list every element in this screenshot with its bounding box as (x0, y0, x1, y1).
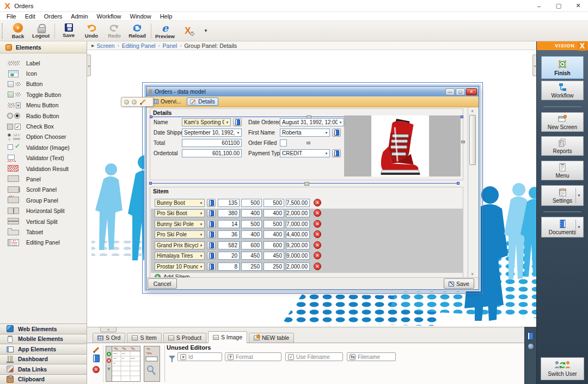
tab-s-image[interactable]: S Image (208, 331, 247, 343)
unit-price2-field[interactable]: 400 (264, 209, 284, 217)
qty-field[interactable]: 135 (218, 199, 240, 207)
minimize-button[interactable]: – (529, 0, 549, 12)
unit-price-field[interactable]: 400 (241, 209, 262, 217)
add-sitem-button[interactable]: + Add Sitem (155, 273, 189, 277)
menu-help[interactable]: Help (156, 13, 177, 20)
settings-dropdown[interactable]: ▼ (575, 188, 582, 203)
element-validation-result[interactable]: Validation Result (7, 163, 87, 174)
dialog-title-bar[interactable]: X Orders - data model — ▢ ✕ (146, 87, 479, 96)
unit-price-field[interactable]: 600 (241, 241, 262, 249)
sidebar-item-clipboard[interactable]: Clipboard (0, 374, 87, 384)
delete-icon[interactable]: ✕ (93, 366, 100, 373)
sidebar-item-web-elements[interactable]: Web Elements (0, 324, 87, 334)
amount-field[interactable]: 7,000.00 (286, 220, 310, 228)
qty-field[interactable]: 14 (218, 220, 240, 228)
qty-field[interactable]: 380 (218, 209, 240, 217)
qty-field[interactable]: 8 (218, 263, 240, 271)
editor-chip-use-filename[interactable]: ✓Use Filename (285, 352, 343, 361)
product-lookup-button[interactable] (207, 220, 216, 228)
unit-price2-field[interactable]: 500 (264, 199, 284, 207)
documents-dropdown[interactable]: ▼ (575, 220, 582, 235)
product-lookup-button[interactable] (207, 209, 216, 217)
product-lookup-button[interactable] (207, 241, 216, 249)
toolbar-drag-handle[interactable] (2, 23, 4, 39)
scrollbar-thumb[interactable] (469, 115, 476, 165)
delete-row-button[interactable]: ✕ (314, 263, 321, 270)
amount-field[interactable]: 67,500.00 (286, 199, 310, 207)
cancel-button[interactable]: Cancel (148, 278, 177, 289)
details-group-panel[interactable]: Details Name Kam's Sporting Good▼ Date O… (150, 108, 463, 180)
product-combo[interactable]: Bunny Boot▼ (155, 199, 205, 207)
name-lookup-button[interactable] (233, 118, 242, 126)
editor-chip-format[interactable]: TFormat (225, 352, 281, 361)
preview-button[interactable]: ePreview (154, 22, 176, 40)
delete-row-button[interactable]: ✕ (314, 209, 321, 217)
dialog-maximize-button[interactable]: ▢ (456, 88, 465, 95)
ordertotal-field[interactable]: 601,100.00 (182, 149, 242, 157)
tab-details[interactable]: Details (187, 97, 218, 106)
breadcrumb-screen[interactable]: Screen (96, 42, 114, 49)
product-combo[interactable]: Pro Ski Boot▼ (155, 209, 205, 217)
pencil-icon[interactable] (93, 347, 99, 353)
unit-price-field[interactable]: 400 (241, 230, 262, 239)
right-splitter-grip[interactable]: ◂ (532, 54, 536, 76)
notebook-icon[interactable] (93, 355, 100, 362)
element-button[interactable]: Button (7, 79, 87, 89)
date-ordered-combo[interactable]: August 31, 1992, 12:00 AM▼ (280, 118, 344, 126)
dialog-save-button[interactable]: Save (444, 278, 474, 289)
sidebar-item-dashboard[interactable]: Dashboard (0, 354, 87, 364)
breadcrumb-editing-panel[interactable]: Editing Panel (122, 42, 156, 49)
settings-button[interactable]: Settings ▼ (541, 185, 584, 206)
maximize-button[interactable]: ▢ (549, 0, 568, 12)
product-combo[interactable]: Himalaya Tires▼ (155, 252, 205, 260)
first-name-lookup-button[interactable] (332, 129, 341, 137)
menu-workflow[interactable]: Workflow (93, 13, 126, 20)
design-canvas[interactable]: ◂ ◂ X Orders - data model — ▢ ✕ Overvi (87, 50, 536, 327)
product-combo[interactable]: Prostar 10 Pound We▼ (155, 263, 205, 271)
amount-field[interactable]: 9,000.00 (286, 252, 310, 260)
amount-field[interactable]: 152,000.00 (286, 209, 310, 217)
sidebar-item-data-links[interactable]: Data Links (0, 364, 87, 374)
delete-row-button[interactable]: ✕ (314, 199, 321, 206)
table-editor-thumbnail[interactable] (106, 346, 140, 382)
tab-new-table[interactable]: NEW table (249, 333, 294, 343)
payment-type-combo[interactable]: CREDIT▼ (280, 149, 330, 157)
unit-price2-field[interactable]: 600 (264, 241, 284, 249)
left-splitter-grip[interactable]: ◂ (87, 54, 91, 76)
sidebar-item-mobile-elements[interactable]: Mobile Elements (0, 334, 87, 344)
amount-field[interactable]: 14,400.00 (286, 230, 310, 239)
selection-handle[interactable] (307, 142, 310, 144)
amount-field[interactable]: 2,000.00 (286, 263, 310, 271)
tab-overview[interactable]: Overvi... (150, 98, 183, 105)
finish-button[interactable]: Finish (541, 56, 584, 79)
reports-button[interactable]: Reports (541, 136, 584, 156)
delete-row-button[interactable]: ✕ (314, 252, 321, 259)
selection-handle[interactable] (461, 141, 465, 143)
qty-field[interactable]: 20 (218, 252, 240, 260)
toolbar-dropdown-button[interactable]: ▼ (199, 28, 212, 33)
close-button[interactable]: ✕ (568, 0, 588, 12)
element-label[interactable]: Label (7, 58, 87, 68)
qty-field[interactable]: 36 (218, 230, 240, 239)
element-menu-button[interactable]: ▼Menu Button (7, 100, 87, 111)
unit-price-field[interactable]: 500 (241, 199, 262, 207)
dialog-minimize-button[interactable]: — (445, 88, 455, 95)
element-group-panel[interactable]: Group Panel (7, 195, 87, 205)
dialog-close-button[interactable]: ✕ (466, 88, 477, 95)
element-validator-image[interactable]: ✓Validator (Image) (7, 142, 87, 153)
globe-icon[interactable] (528, 343, 534, 350)
menu-edit[interactable]: Edit (21, 13, 40, 20)
element-panel[interactable]: Panel (7, 174, 87, 184)
unit-price2-field[interactable]: 500 (264, 220, 284, 228)
sitem-group-panel[interactable]: Sitem Bunny Boot▼ 135 500 500 67,500.00 … (150, 187, 463, 277)
product-lookup-button[interactable] (207, 252, 216, 260)
product-lookup-button[interactable] (207, 230, 216, 239)
menu-window[interactable]: Window (126, 13, 156, 20)
tab-s-item[interactable]: S Item (127, 333, 161, 343)
back-button[interactable]: «Back (7, 22, 29, 40)
element-toggle-button[interactable]: Toggle Button (7, 89, 87, 100)
menu-button[interactable]: Menu (541, 161, 584, 180)
unit-price2-field[interactable]: 450 (264, 252, 284, 260)
logout-button[interactable]: Logout (29, 22, 52, 40)
scroll-up-icon[interactable]: ∧ (469, 107, 476, 114)
